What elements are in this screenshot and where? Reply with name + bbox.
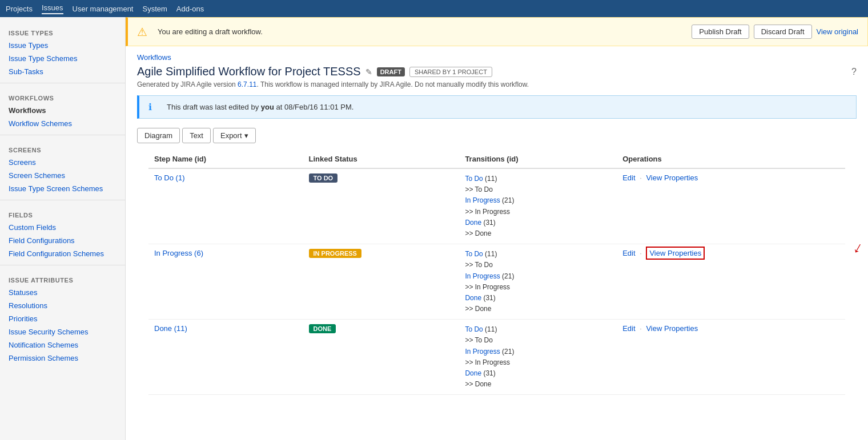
view-properties-link[interactable]: View Properties: [646, 324, 698, 333]
table-row: Done (11) DONE To Do (11) >> To Do In Pr…: [148, 320, 845, 395]
help-icon[interactable]: ?: [851, 67, 857, 77]
sidebar-divider-2: [0, 135, 125, 135]
sidebar-section-fields: FIELDS: [0, 205, 125, 221]
transition-link[interactable]: Done: [465, 294, 481, 302]
transition-link[interactable]: In Progress: [465, 348, 500, 356]
step-name-cell: Done (11): [148, 320, 303, 395]
red-arrow-annotation: ↓: [850, 238, 866, 258]
sidebar-item-field-config-schemes[interactable]: Field Configuration Schemes: [0, 247, 125, 260]
status-badge: IN PROGRESS: [309, 249, 361, 258]
status-badge: DONE: [309, 324, 336, 333]
sidebar-item-issue-type-screen-schemes[interactable]: Issue Type Screen Schemes: [0, 182, 125, 195]
top-navigation: Projects Issues User management System A…: [0, 0, 868, 17]
col-linked-status: Linked Status: [303, 150, 460, 168]
shared-badge: SHARED BY 1 PROJECT: [409, 67, 492, 77]
view-original-link[interactable]: View original: [817, 27, 858, 36]
nav-system[interactable]: System: [143, 5, 167, 13]
step-name-cell: In Progress (6): [148, 244, 303, 320]
sidebar-item-issue-security-schemes[interactable]: Issue Security Schemes: [0, 325, 125, 338]
main-content: ⚠ You are editing a draft workflow. Publ…: [126, 17, 868, 440]
edit-pencil-icon[interactable]: ✎: [365, 67, 372, 76]
sidebar-item-issue-type-schemes[interactable]: Issue Type Schemes: [0, 52, 125, 65]
edit-link[interactable]: Edit: [622, 249, 635, 257]
edit-link[interactable]: Edit: [622, 324, 635, 333]
warning-icon: ⚠: [137, 25, 151, 39]
col-transitions: Transitions (id): [459, 150, 617, 168]
export-button[interactable]: Export ▾: [213, 128, 256, 143]
sidebar-item-workflow-schemes[interactable]: Workflow Schemes: [0, 117, 125, 130]
transition-link[interactable]: To Do: [465, 175, 483, 183]
sidebar-section-screens: SCREENS: [0, 140, 125, 156]
op-separator: ·: [640, 324, 642, 333]
transition-link[interactable]: In Progress: [465, 196, 500, 204]
op-separator: ·: [640, 173, 642, 182]
operations-cell: Edit · View Properties: [617, 320, 845, 395]
workflow-description: Generated by JIRA Agile version 6.7.11. …: [137, 80, 857, 88]
toolbar: Diagram Text Export ▾: [126, 128, 868, 150]
sidebar-item-issue-types[interactable]: Issue Types: [0, 39, 125, 52]
op-separator: ·: [640, 249, 644, 257]
diagram-tab-button[interactable]: Diagram: [137, 128, 180, 143]
sidebar-section-issue-types: ISSUE TYPES: [0, 23, 125, 39]
col-step-name: Step Name (id): [148, 150, 303, 168]
sidebar-item-notification-schemes[interactable]: Notification Schemes: [0, 338, 125, 352]
nav-projects[interactable]: Projects: [6, 5, 33, 13]
draft-banner-text: You are editing a draft workflow.: [158, 27, 685, 36]
breadcrumb[interactable]: Workflows: [137, 53, 857, 62]
linked-status-cell: IN PROGRESS: [303, 244, 460, 320]
table-header-row: Step Name (id) Linked Status Transitions…: [148, 150, 845, 168]
sidebar-item-permission-schemes[interactable]: Permission Schemes: [0, 352, 125, 365]
chevron-down-icon: ▾: [244, 131, 248, 140]
table-row: In Progress (6) IN PROGRESS To Do (11) >…: [148, 244, 845, 320]
operations-cell: Edit · View Properties ↓: [617, 244, 845, 320]
sidebar-item-workflows[interactable]: Workflows: [0, 104, 125, 117]
edit-link[interactable]: Edit: [622, 173, 635, 182]
workflow-title-row: Agile Simplified Workflow for Project TE…: [137, 65, 857, 78]
discard-draft-button[interactable]: Discard Draft: [754, 25, 812, 39]
sidebar-section-workflows: WORKFLOWS: [0, 88, 125, 104]
info-box: ℹ This draft was last edited by you at 0…: [137, 95, 857, 119]
text-tab-button[interactable]: Text: [182, 128, 211, 143]
status-badge: TO DO: [309, 173, 338, 183]
draft-banner: ⚠ You are editing a draft workflow. Publ…: [126, 17, 868, 46]
operations-cell: Edit · View Properties: [617, 168, 845, 244]
sidebar-item-custom-fields[interactable]: Custom Fields: [0, 221, 125, 234]
nav-issues[interactable]: Issues: [42, 3, 63, 14]
sidebar-section-issue-attributes: ISSUE ATTRIBUTES: [0, 270, 125, 286]
linked-status-cell: TO DO: [303, 168, 460, 244]
sidebar-item-priorities[interactable]: Priorities: [0, 312, 125, 325]
step-name-link[interactable]: To Do (1): [154, 173, 184, 182]
table-row: To Do (1) TO DO To Do (11) >> To Do In P…: [148, 168, 845, 244]
sidebar-item-screen-schemes[interactable]: Screen Schemes: [0, 169, 125, 182]
page-header: Workflows Agile Simplified Workflow for …: [126, 46, 868, 88]
sidebar-divider-1: [0, 83, 125, 83]
transition-link[interactable]: To Do: [465, 325, 483, 333]
publish-draft-button[interactable]: Publish Draft: [692, 25, 749, 39]
draft-badge: DRAFT: [377, 67, 405, 76]
sidebar-item-field-configurations[interactable]: Field Configurations: [0, 234, 125, 247]
workflow-table-wrapper: Step Name (id) Linked Status Transitions…: [126, 150, 868, 395]
sidebar-item-resolutions[interactable]: Resolutions: [0, 299, 125, 312]
transition-link[interactable]: To Do: [465, 250, 483, 258]
workflow-table: Step Name (id) Linked Status Transitions…: [148, 150, 845, 395]
sidebar-item-statuses[interactable]: Statuses: [0, 286, 125, 299]
info-box-text: This draft was last edited by you at 08/…: [167, 103, 353, 111]
sidebar: ISSUE TYPES Issue Types Issue Type Schem…: [0, 17, 126, 440]
step-name-link[interactable]: Done (11): [154, 324, 187, 333]
transitions-cell: To Do (11) >> To Do In Progress (21) >> …: [459, 168, 617, 244]
nav-user-management[interactable]: User management: [73, 5, 134, 13]
sidebar-item-sub-tasks[interactable]: Sub-Tasks: [0, 65, 125, 78]
view-properties-link-highlighted[interactable]: View Properties: [646, 247, 705, 260]
transitions-cell: To Do (11) >> To Do In Progress (21) >> …: [459, 320, 617, 395]
nav-addons[interactable]: Add-ons: [176, 5, 204, 13]
step-name-link[interactable]: In Progress (6): [154, 249, 203, 257]
col-operations: Operations: [617, 150, 845, 168]
transition-link[interactable]: In Progress: [465, 272, 500, 280]
view-properties-link[interactable]: View Properties: [646, 173, 698, 182]
workflow-title: Agile Simplified Workflow for Project TE…: [137, 65, 361, 78]
transitions-cell: To Do (11) >> To Do In Progress (21) >> …: [459, 244, 617, 320]
transition-link[interactable]: Done: [465, 369, 481, 377]
version-link[interactable]: 6.7.11: [238, 80, 256, 88]
transition-link[interactable]: Done: [465, 219, 481, 227]
sidebar-item-screens[interactable]: Screens: [0, 156, 125, 169]
